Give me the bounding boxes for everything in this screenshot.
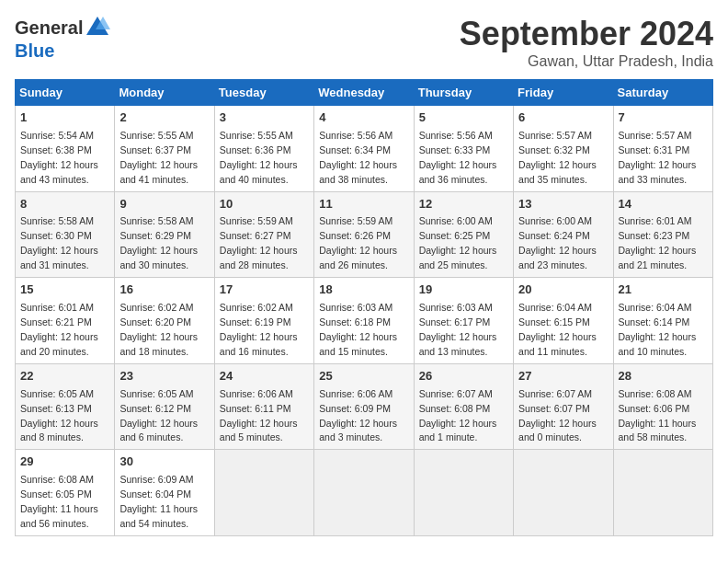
day-number: 16 [119, 282, 209, 299]
day-number: 10 [220, 196, 309, 213]
calendar-cell: 23Sunrise: 6:05 AM Sunset: 6:12 PM Dayli… [115, 363, 214, 450]
day-info: Sunrise: 5:59 AM Sunset: 6:26 PM Dayligh… [319, 215, 397, 270]
day-info: Sunrise: 5:57 AM Sunset: 6:31 PM Dayligh… [619, 130, 697, 185]
calendar-cell: 30Sunrise: 6:09 AM Sunset: 6:04 PM Dayli… [115, 450, 214, 536]
calendar-cell: 1Sunrise: 5:54 AM Sunset: 6:38 PM Daylig… [16, 106, 115, 192]
calendar-week-row: 29Sunrise: 6:08 AM Sunset: 6:05 PM Dayli… [16, 450, 713, 536]
calendar-cell [613, 450, 712, 536]
day-info: Sunrise: 6:05 AM Sunset: 6:13 PM Dayligh… [20, 388, 98, 443]
day-number: 18 [319, 282, 408, 299]
day-info: Sunrise: 6:08 AM Sunset: 6:05 PM Dayligh… [20, 474, 98, 529]
day-number: 24 [220, 368, 309, 385]
day-info: Sunrise: 6:07 AM Sunset: 6:08 PM Dayligh… [419, 388, 497, 443]
calendar-cell [314, 450, 414, 536]
location-title: Gawan, Uttar Pradesh, India [460, 53, 713, 70]
calendar-cell: 11Sunrise: 5:59 AM Sunset: 6:26 PM Dayli… [314, 191, 414, 278]
day-info: Sunrise: 5:57 AM Sunset: 6:32 PM Dayligh… [518, 130, 597, 185]
calendar-table: SundayMondayTuesdayWednesdayThursdayFrid… [15, 79, 713, 536]
calendar-cell: 19Sunrise: 6:03 AM Sunset: 6:17 PM Dayli… [414, 278, 513, 364]
calendar-cell [414, 450, 513, 536]
calendar-cell: 21Sunrise: 6:04 AM Sunset: 6:14 PM Dayli… [613, 278, 712, 364]
day-number: 27 [518, 368, 608, 385]
calendar-cell: 14Sunrise: 6:01 AM Sunset: 6:23 PM Dayli… [613, 191, 712, 278]
calendar-cell: 26Sunrise: 6:07 AM Sunset: 6:08 PM Dayli… [414, 363, 513, 450]
day-number: 11 [319, 196, 408, 213]
day-number: 22 [20, 368, 109, 385]
calendar-cell: 13Sunrise: 6:00 AM Sunset: 6:24 PM Dayli… [514, 191, 613, 278]
day-info: Sunrise: 6:04 AM Sunset: 6:15 PM Dayligh… [518, 302, 597, 357]
day-number: 26 [419, 368, 508, 385]
calendar-cell: 28Sunrise: 6:08 AM Sunset: 6:06 PM Dayli… [613, 363, 712, 450]
day-number: 12 [419, 196, 508, 213]
col-header-thursday: Thursday [414, 80, 513, 106]
day-number: 1 [20, 109, 109, 127]
calendar-cell: 5Sunrise: 5:56 AM Sunset: 6:33 PM Daylig… [414, 106, 513, 192]
day-info: Sunrise: 5:56 AM Sunset: 6:33 PM Dayligh… [419, 130, 497, 185]
logo-blue-text: Blue [15, 40, 54, 62]
day-info: Sunrise: 6:01 AM Sunset: 6:23 PM Dayligh… [619, 215, 697, 270]
calendar-week-row: 8Sunrise: 5:58 AM Sunset: 6:30 PM Daylig… [16, 191, 713, 278]
day-number: 17 [220, 282, 309, 299]
day-info: Sunrise: 6:05 AM Sunset: 6:12 PM Dayligh… [119, 388, 198, 443]
col-header-monday: Monday [115, 80, 214, 106]
day-number: 29 [20, 454, 109, 471]
calendar-cell: 7Sunrise: 5:57 AM Sunset: 6:31 PM Daylig… [613, 106, 712, 192]
calendar-cell: 29Sunrise: 6:08 AM Sunset: 6:05 PM Dayli… [16, 450, 115, 536]
calendar-header-row: SundayMondayTuesdayWednesdayThursdayFrid… [16, 80, 713, 106]
day-number: 4 [319, 109, 408, 127]
day-number: 23 [119, 368, 209, 385]
calendar-cell: 2Sunrise: 5:55 AM Sunset: 6:37 PM Daylig… [115, 106, 214, 192]
day-info: Sunrise: 5:54 AM Sunset: 6:38 PM Dayligh… [20, 130, 98, 185]
calendar-cell: 17Sunrise: 6:02 AM Sunset: 6:19 PM Dayli… [214, 278, 313, 364]
day-number: 21 [619, 282, 708, 299]
calendar-cell: 4Sunrise: 5:56 AM Sunset: 6:34 PM Daylig… [314, 106, 414, 192]
day-info: Sunrise: 6:09 AM Sunset: 6:04 PM Dayligh… [119, 474, 198, 529]
calendar-cell: 12Sunrise: 6:00 AM Sunset: 6:25 PM Dayli… [414, 191, 513, 278]
col-header-tuesday: Tuesday [214, 80, 313, 106]
day-info: Sunrise: 6:02 AM Sunset: 6:20 PM Dayligh… [119, 302, 198, 357]
day-info: Sunrise: 6:03 AM Sunset: 6:17 PM Dayligh… [419, 302, 497, 357]
col-header-sunday: Sunday [16, 80, 115, 106]
calendar-cell [514, 450, 613, 536]
calendar-cell: 8Sunrise: 5:58 AM Sunset: 6:30 PM Daylig… [16, 191, 115, 278]
calendar-cell [214, 450, 313, 536]
day-info: Sunrise: 5:55 AM Sunset: 6:36 PM Dayligh… [220, 130, 298, 185]
col-header-friday: Friday [514, 80, 613, 106]
day-info: Sunrise: 5:55 AM Sunset: 6:37 PM Dayligh… [119, 130, 198, 185]
day-info: Sunrise: 5:59 AM Sunset: 6:27 PM Dayligh… [220, 215, 298, 270]
day-number: 28 [619, 368, 708, 385]
day-info: Sunrise: 6:08 AM Sunset: 6:06 PM Dayligh… [619, 388, 697, 443]
calendar-cell: 27Sunrise: 6:07 AM Sunset: 6:07 PM Dayli… [514, 363, 613, 450]
day-number: 20 [518, 282, 608, 299]
calendar-cell: 24Sunrise: 6:06 AM Sunset: 6:11 PM Dayli… [214, 363, 313, 450]
calendar-cell: 22Sunrise: 6:05 AM Sunset: 6:13 PM Dayli… [16, 363, 115, 450]
col-header-saturday: Saturday [613, 80, 712, 106]
day-number: 9 [119, 196, 209, 213]
day-number: 5 [419, 109, 508, 127]
day-number: 7 [619, 109, 708, 127]
day-info: Sunrise: 6:00 AM Sunset: 6:25 PM Dayligh… [419, 215, 497, 270]
calendar-cell: 9Sunrise: 5:58 AM Sunset: 6:29 PM Daylig… [115, 191, 214, 278]
calendar-week-row: 22Sunrise: 6:05 AM Sunset: 6:13 PM Dayli… [16, 363, 713, 450]
day-info: Sunrise: 5:56 AM Sunset: 6:34 PM Dayligh… [319, 130, 397, 185]
calendar-cell: 15Sunrise: 6:01 AM Sunset: 6:21 PM Dayli… [16, 278, 115, 364]
calendar-cell: 20Sunrise: 6:04 AM Sunset: 6:15 PM Dayli… [514, 278, 613, 364]
day-number: 6 [518, 109, 608, 127]
calendar-cell: 10Sunrise: 5:59 AM Sunset: 6:27 PM Dayli… [214, 191, 313, 278]
calendar-cell: 6Sunrise: 5:57 AM Sunset: 6:32 PM Daylig… [514, 106, 613, 192]
day-number: 15 [20, 282, 109, 299]
title-block: September 2024 Gawan, Uttar Pradesh, Ind… [460, 15, 713, 70]
calendar-cell: 16Sunrise: 6:02 AM Sunset: 6:20 PM Dayli… [115, 278, 214, 364]
day-number: 14 [619, 196, 708, 213]
calendar-week-row: 1Sunrise: 5:54 AM Sunset: 6:38 PM Daylig… [16, 106, 713, 192]
day-info: Sunrise: 6:02 AM Sunset: 6:19 PM Dayligh… [220, 302, 298, 357]
day-info: Sunrise: 6:00 AM Sunset: 6:24 PM Dayligh… [518, 215, 597, 270]
day-info: Sunrise: 5:58 AM Sunset: 6:30 PM Dayligh… [20, 215, 98, 270]
day-number: 2 [119, 109, 209, 127]
day-number: 25 [319, 368, 408, 385]
day-number: 13 [518, 196, 608, 213]
calendar-week-row: 15Sunrise: 6:01 AM Sunset: 6:21 PM Dayli… [16, 278, 713, 364]
month-title: September 2024 [460, 15, 713, 53]
day-info: Sunrise: 6:01 AM Sunset: 6:21 PM Dayligh… [20, 302, 98, 357]
logo-general-text: General [15, 17, 83, 39]
